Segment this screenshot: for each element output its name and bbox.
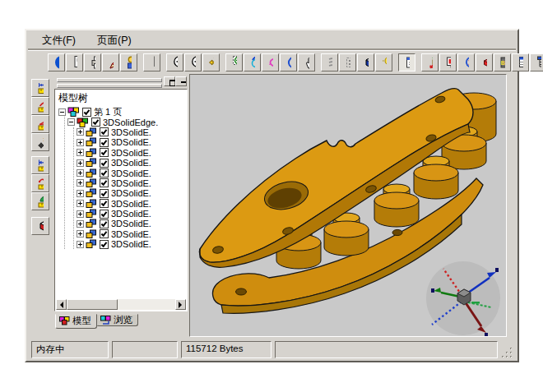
visibility-checkbox[interactable] [100, 210, 109, 219]
tree-row-part[interactable]: 3DSolidE. [77, 148, 187, 158]
expand-toggle[interactable] [77, 210, 84, 218]
resize-grip[interactable] [501, 341, 514, 358]
tree-row-part[interactable]: 3DSolidE. [77, 229, 187, 239]
visibility-checkbox[interactable] [100, 240, 109, 249]
scroll-right-button[interactable] [175, 299, 186, 310]
update-view-button[interactable] [457, 53, 475, 71]
scrollbar-thumb[interactable] [67, 299, 118, 310]
visibility-checkbox[interactable] [100, 189, 109, 198]
expand-toggle[interactable] [77, 128, 84, 136]
zoom-out-button[interactable] [184, 53, 202, 71]
expand-toggle[interactable] [77, 159, 84, 167]
tab-label: 浏览 [114, 314, 132, 326]
tree-label: 3DSolidE. [111, 219, 151, 228]
expand-toggle[interactable] [77, 169, 84, 177]
tree-horizontal-scrollbar[interactable] [56, 299, 186, 310]
pan-move-icon [208, 54, 214, 71]
expand-toggle[interactable] [77, 230, 84, 238]
visibility-checkbox[interactable] [100, 199, 109, 208]
curve-length-dimension-button[interactable] [31, 174, 49, 192]
radial-dimension-button[interactable] [31, 97, 49, 115]
tab-browse[interactable]: 浏览 [96, 314, 138, 326]
render-mode-button[interactable] [439, 53, 457, 71]
scrollbar-track[interactable] [118, 299, 175, 310]
tree-row-part[interactable]: 3DSolidE. [77, 137, 187, 147]
expand-toggle[interactable] [77, 200, 84, 207]
tree-row-part[interactable]: 3DSolidE. [77, 127, 187, 137]
hand-pan-icon [304, 54, 309, 71]
tree-row-part[interactable]: 3DSolidE. [77, 168, 187, 178]
tree-row-part[interactable]: 3DSolidE. [77, 239, 187, 249]
layers-button[interactable] [321, 53, 338, 71]
visibility-checkbox[interactable] [82, 108, 91, 117]
permission-key-button[interactable] [120, 53, 137, 71]
orientation-trackball[interactable] [426, 261, 500, 336]
light-button[interactable] [375, 53, 392, 71]
distance-dimension-button[interactable] [31, 156, 49, 174]
hand-pan-button[interactable] [298, 53, 315, 71]
solid-display-button[interactable] [476, 53, 493, 71]
expand-toggle[interactable] [77, 149, 84, 156]
move-component-button[interactable] [421, 53, 439, 71]
coordinate-dimension-button[interactable]: xyz [31, 133, 49, 151]
expand-toggle[interactable] [77, 241, 84, 248]
visibility-checkbox[interactable] [100, 168, 109, 178]
bom-button[interactable]: BOM [494, 53, 511, 71]
expand-toggle[interactable] [77, 220, 84, 228]
notes-panel-button[interactable] [398, 53, 415, 71]
viewport-3d[interactable] [189, 74, 507, 337]
panel-hide-button[interactable] [175, 76, 187, 86]
rotate-button[interactable] [262, 53, 279, 71]
panel-gripper[interactable] [57, 78, 162, 90]
dynamic-observe-button[interactable] [244, 53, 261, 71]
gauge-dimension-button[interactable] [31, 192, 49, 210]
solid-measure-button[interactable] [31, 217, 49, 235]
plate-hole [392, 229, 402, 235]
menu-file[interactable]: 文件(F) [39, 33, 78, 48]
tree-row-part[interactable]: 3DSolidE. [77, 209, 187, 219]
expand-toggle[interactable] [77, 190, 84, 197]
visibility-checkbox[interactable] [100, 138, 109, 147]
linear-dimension-button[interactable] [31, 79, 49, 97]
minimize-icon [181, 80, 186, 83]
collapse-toggle[interactable] [58, 108, 66, 116]
tree-row-page[interactable]: 第 1 页 [58, 107, 187, 117]
print-button[interactable] [84, 53, 101, 71]
tree-row-assembly[interactable]: 3DSolidEdge. [67, 117, 187, 127]
expand-toggle[interactable] [77, 139, 84, 146]
zoom-in-button[interactable] [166, 53, 183, 71]
update-view-icon [463, 54, 469, 71]
tree-row-part[interactable]: 3DSolidE. [77, 178, 187, 188]
pan-move-button[interactable] [202, 53, 220, 71]
pmi-button[interactable] [339, 53, 356, 71]
select-cursor-button[interactable] [143, 53, 160, 71]
tree-row-part[interactable]: 3DSolidE. [77, 199, 187, 209]
part-icon [86, 158, 97, 168]
rotate-icon [267, 54, 273, 71]
spin-button[interactable] [280, 53, 297, 71]
visibility-checkbox[interactable] [100, 148, 109, 157]
bom-table-search-button[interactable] [512, 53, 529, 71]
scroll-left-button[interactable] [56, 299, 67, 310]
visibility-checkbox[interactable] [91, 118, 100, 127]
annotate-pen-button[interactable] [102, 53, 119, 71]
visibility-checkbox[interactable] [100, 219, 109, 228]
collapse-toggle[interactable] [67, 118, 75, 126]
view-cube-button[interactable] [357, 53, 374, 71]
tree-row-part[interactable]: 3DSolidE. [77, 188, 187, 198]
panel-maximize-button[interactable] [164, 76, 175, 86]
tab-model[interactable]: 模型 [55, 314, 97, 329]
visibility-checkbox[interactable] [100, 178, 109, 187]
expand-toggle[interactable] [77, 179, 84, 187]
info-button[interactable] [48, 53, 65, 71]
angular-dimension-button[interactable] [31, 115, 49, 133]
visibility-checkbox[interactable] [100, 159, 109, 168]
structure-tree-button[interactable] [530, 53, 543, 71]
menu-page[interactable]: 页面(P) [95, 33, 134, 48]
print-preview-button[interactable] [66, 53, 83, 71]
visibility-checkbox[interactable] [100, 229, 109, 238]
tree-row-part[interactable]: 3DSolidE. [77, 158, 187, 168]
visibility-checkbox[interactable] [100, 127, 109, 136]
zoom-window-button[interactable] [225, 53, 243, 71]
tree-row-part[interactable]: 3DSolidE. [77, 219, 187, 228]
